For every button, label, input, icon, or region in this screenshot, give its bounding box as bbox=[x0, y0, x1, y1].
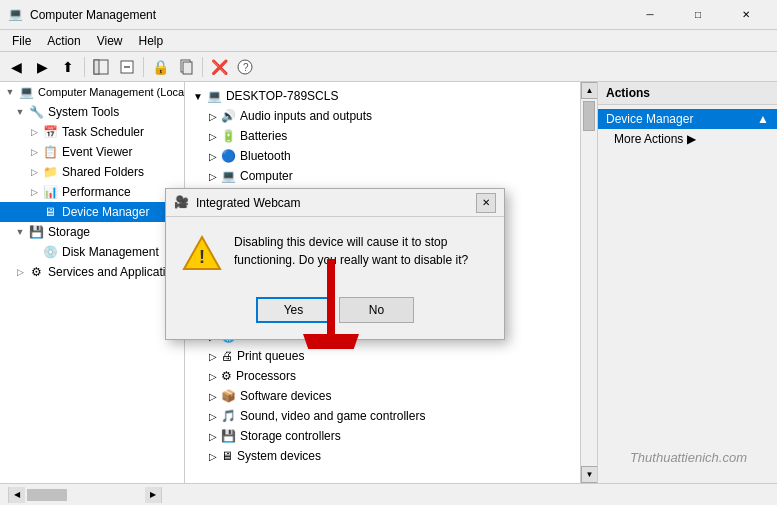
warning-icon: ! bbox=[182, 233, 222, 273]
svg-text:!: ! bbox=[199, 247, 205, 267]
dialog-title: Integrated Webcam bbox=[196, 196, 476, 210]
dialog-close-button[interactable]: ✕ bbox=[476, 193, 496, 213]
dialog-overlay: 🎥 Integrated Webcam ✕ ! Disabling this d… bbox=[0, 0, 777, 505]
integrated-webcam-dialog: 🎥 Integrated Webcam ✕ ! Disabling this d… bbox=[165, 188, 505, 340]
arrow-indicator bbox=[281, 249, 381, 352]
dialog-title-bar: 🎥 Integrated Webcam ✕ bbox=[166, 189, 504, 217]
dialog-icon: 🎥 bbox=[174, 195, 190, 211]
